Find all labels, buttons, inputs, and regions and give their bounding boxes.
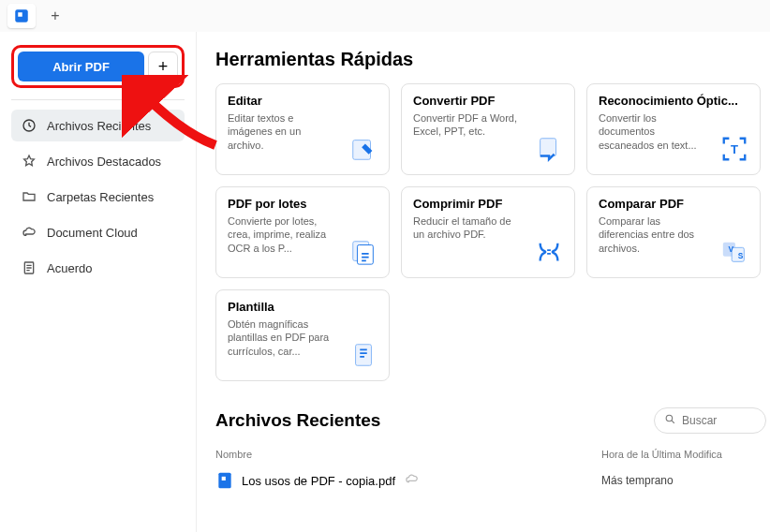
card-edit[interactable]: Editar Editar textos e imágenes en un ar… xyxy=(215,83,390,175)
tab-bar: + xyxy=(0,0,770,32)
card-compare[interactable]: Comparar PDF Comparar las diferencias en… xyxy=(586,186,761,278)
card-convert[interactable]: Convertir PDF Convertir PDF a Word, Exce… xyxy=(401,83,575,175)
search-box[interactable] xyxy=(654,407,766,434)
cloud-status-icon xyxy=(405,472,419,489)
card-ocr[interactable]: Reconocimiento Óptic... Convertir los do… xyxy=(586,83,761,175)
pdf-file-icon xyxy=(215,471,234,490)
card-compress[interactable]: Comprimir PDF Reducir el tamaño de un ar… xyxy=(401,186,575,278)
document-icon xyxy=(21,260,37,275)
recent-files-section: Archivos Recientes Nombre Hora de la Últ… xyxy=(215,407,770,490)
sidebar-item-label: Document Cloud xyxy=(47,226,138,240)
recent-columns: Nombre Hora de la Última Modifica xyxy=(215,449,770,460)
ocr-icon: T xyxy=(718,133,750,165)
svg-rect-1 xyxy=(18,12,22,17)
edit-icon xyxy=(348,133,379,165)
svg-text:S: S xyxy=(738,251,744,260)
svg-text:V: V xyxy=(728,244,733,254)
card-title: Comprimir PDF xyxy=(413,197,563,211)
open-pdf-button[interactable]: Abrir PDF xyxy=(18,52,144,81)
sidebar-item-label: Archivos Recientes xyxy=(47,119,151,133)
cloud-icon xyxy=(21,225,37,240)
open-pdf-highlight: Abrir PDF + xyxy=(11,45,185,88)
app-logo-tab[interactable] xyxy=(7,4,36,28)
convert-icon xyxy=(533,133,565,165)
sidebar-item-recent-files[interactable]: Archivos Recientes xyxy=(11,110,185,141)
card-title: Convertir PDF xyxy=(413,94,563,108)
search-input[interactable] xyxy=(682,414,757,427)
sidebar-item-label: Carpetas Recientes xyxy=(47,190,154,204)
new-tab-button[interactable]: + xyxy=(43,4,67,28)
column-date: Hora de la Última Modifica xyxy=(601,449,770,460)
file-name-label: Los usos de PDF - copia.pdf xyxy=(242,474,395,488)
svg-rect-16 xyxy=(222,477,226,480)
sidebar-item-starred[interactable]: Archivos Destacados xyxy=(11,145,185,177)
folder-icon xyxy=(21,189,37,204)
card-template[interactable]: Plantilla Obtén magníficas plantillas en… xyxy=(215,289,390,381)
recent-files-heading: Archivos Recientes xyxy=(215,410,380,431)
card-title: Plantilla xyxy=(228,300,378,314)
compress-icon xyxy=(533,236,565,268)
compare-icon: VS xyxy=(718,236,750,268)
sidebar: Abrir PDF + Archivos Recientes Archivos … xyxy=(0,32,197,532)
sidebar-item-recent-folders[interactable]: Carpetas Recientes xyxy=(11,181,185,213)
card-batch[interactable]: PDF por lotes Convierte por lotes, crea,… xyxy=(215,186,390,278)
card-title: Reconocimiento Óptic... xyxy=(599,94,748,108)
sidebar-item-label: Archivos Destacados xyxy=(47,155,161,169)
sidebar-item-document-cloud[interactable]: Document Cloud xyxy=(11,216,185,248)
card-title: Editar xyxy=(228,94,378,108)
template-icon xyxy=(348,339,379,371)
batch-icon xyxy=(348,236,379,268)
divider xyxy=(11,99,185,100)
svg-point-14 xyxy=(666,415,673,421)
svg-text:T: T xyxy=(731,142,738,156)
sidebar-item-label: Acuerdo xyxy=(47,261,92,275)
search-icon xyxy=(664,412,676,429)
file-date-label: Más temprano xyxy=(601,474,770,487)
quick-tools-heading: Herramientas Rápidas xyxy=(215,49,770,70)
main-panel: Herramientas Rápidas Editar Editar texto… xyxy=(197,32,770,532)
card-title: Comparar PDF xyxy=(599,197,748,211)
svg-rect-13 xyxy=(356,345,372,366)
clock-icon xyxy=(21,118,37,133)
card-title: PDF por lotes xyxy=(228,197,378,211)
quick-tools-grid: Editar Editar textos e imágenes en un ar… xyxy=(215,83,770,381)
svg-rect-5 xyxy=(540,139,556,156)
create-pdf-button[interactable]: + xyxy=(148,52,178,81)
file-row[interactable]: Los usos de PDF - copia.pdf Más temprano xyxy=(215,471,770,490)
sidebar-item-agreement[interactable]: Acuerdo xyxy=(11,252,185,284)
star-icon xyxy=(21,154,37,169)
column-name: Nombre xyxy=(215,449,601,460)
